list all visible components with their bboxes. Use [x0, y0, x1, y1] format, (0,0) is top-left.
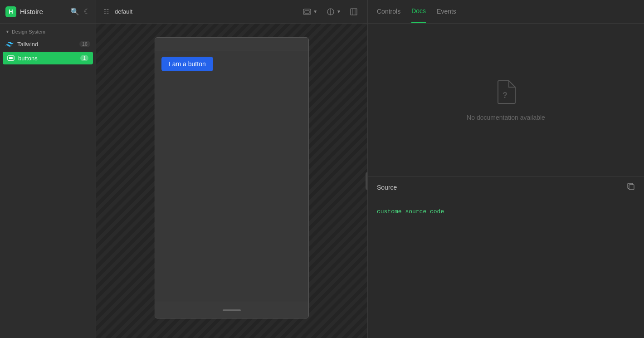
tab-controls[interactable]: Controls	[377, 0, 400, 23]
theme-selector[interactable]: ▼	[324, 6, 344, 18]
svg-rect-1	[9, 57, 13, 59]
theme-icon	[327, 8, 335, 16]
buttons-count: 1	[80, 55, 88, 61]
sidebar-header-icons: 🔍 ☾	[70, 7, 90, 16]
sidebar-section-label: ▼ Design System	[0, 24, 96, 37]
tab-icon: ☷	[103, 8, 109, 15]
sidebar: H Histoire 🔍 ☾ ▼ Design System Tailwind …	[0, 0, 96, 338]
viewport-selector[interactable]: ▼	[300, 6, 320, 18]
tailwind-label: Tailwind	[17, 41, 76, 48]
right-panel: Controls Docs Events ? No documentation …	[367, 0, 644, 338]
source-code: custome source code	[368, 198, 644, 338]
expand-button[interactable]	[347, 6, 360, 17]
svg-rect-5	[351, 9, 357, 15]
toolbar-controls: ▼ ▼	[300, 6, 360, 18]
app-title: Histoire	[20, 8, 67, 15]
source-label: Source	[377, 184, 627, 191]
buttons-icon	[7, 54, 15, 62]
docs-section: ? No documentation available	[368, 24, 644, 177]
svg-text:?: ?	[503, 91, 507, 100]
viewport-chevron-icon: ▼	[313, 9, 317, 14]
copy-icon[interactable]	[627, 182, 635, 192]
right-panel-tabs: Controls Docs Events	[368, 0, 644, 24]
viewport-icon	[303, 8, 311, 16]
app-logo: H	[5, 6, 16, 17]
device-frame: I am a button	[155, 37, 309, 318]
no-docs-text: No documentation available	[467, 114, 545, 121]
tailwind-count: 16	[79, 41, 90, 47]
theme-chevron-icon: ▼	[337, 9, 341, 14]
sidebar-item-buttons[interactable]: buttons 1	[3, 52, 93, 64]
main-content: ☷ default ▼ ▼	[96, 0, 367, 338]
preview-button[interactable]: I am a button	[161, 57, 213, 71]
source-header: Source	[368, 177, 644, 198]
device-top-bar	[155, 38, 308, 50]
svg-rect-7	[629, 185, 634, 190]
tailwind-icon	[5, 40, 14, 48]
expand-icon	[350, 8, 357, 15]
toolbar-tab-label: default	[115, 8, 132, 15]
section-chevron-icon: ▼	[5, 29, 10, 34]
tab-events[interactable]: Events	[437, 0, 456, 23]
resize-handle[interactable]	[366, 172, 367, 190]
device-content: I am a button	[155, 50, 308, 302]
device-bottom-bar	[155, 302, 308, 318]
canvas-area: I am a button	[96, 24, 367, 338]
buttons-label: buttons	[18, 55, 77, 62]
device-home-indicator	[223, 309, 241, 311]
no-docs-icon: ?	[495, 79, 517, 108]
theme-toggle-icon[interactable]: ☾	[84, 7, 90, 16]
sidebar-header: H Histoire 🔍 ☾	[0, 0, 96, 24]
sidebar-item-tailwind[interactable]: Tailwind 16	[0, 37, 96, 51]
source-section: Source custome source code	[368, 177, 644, 338]
tab-docs[interactable]: Docs	[411, 0, 426, 23]
search-icon[interactable]: 🔍	[70, 7, 79, 16]
svg-rect-3	[305, 10, 309, 14]
toolbar: ☷ default ▼ ▼	[96, 0, 367, 24]
